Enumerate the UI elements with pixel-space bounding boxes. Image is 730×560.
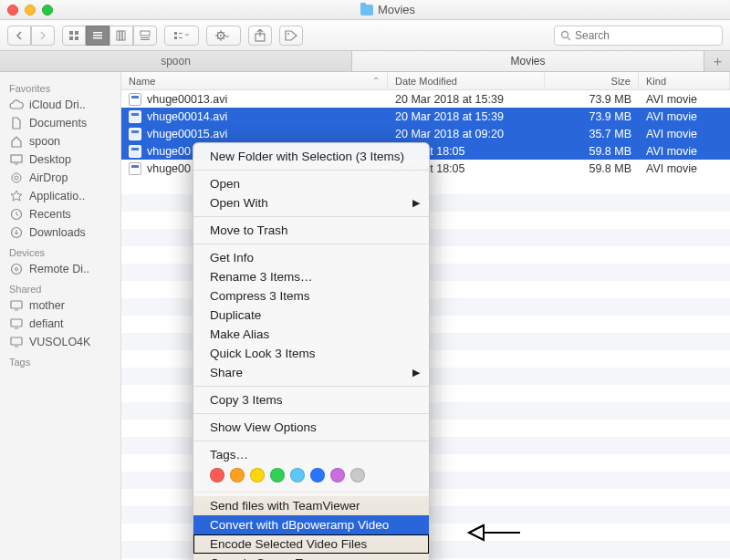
tags-button[interactable] <box>279 26 303 46</box>
file-icon <box>129 128 141 140</box>
coverflow-view-button[interactable] <box>133 26 157 46</box>
sidebar: FavoritesiCloud Dri..DocumentsspoonDeskt… <box>0 72 121 560</box>
file-row[interactable]: vhuge00013.avi20 Mar 2018 at 15:3973.9 M… <box>121 90 730 108</box>
menu-item[interactable]: New Folder with Selection (3 Items) <box>193 147 429 166</box>
menu-item-label: Move to Trash <box>210 223 288 237</box>
col-size[interactable]: Size <box>545 72 639 89</box>
forward-button[interactable] <box>31 26 55 46</box>
menu-item[interactable]: Make Alias <box>193 325 429 344</box>
sidebar-item[interactable]: Desktop <box>0 150 120 169</box>
tag-color[interactable] <box>350 468 365 482</box>
sidebar-item[interactable]: Remote Di.. <box>0 260 120 278</box>
tag-color[interactable] <box>330 468 345 482</box>
file-size: 59.8 MB <box>545 162 639 175</box>
sidebar-item[interactable]: spoon <box>0 132 120 150</box>
menu-item[interactable]: Share▶ <box>193 363 429 382</box>
action-button[interactable] <box>206 26 241 46</box>
menu-item[interactable]: Move to Trash <box>193 221 429 240</box>
window-controls <box>7 5 53 16</box>
sidebar-item[interactable]: AirDrop <box>0 169 120 187</box>
menu-separator <box>193 492 429 493</box>
window-title: Movies <box>53 3 723 16</box>
file-size: 73.9 MB <box>545 93 639 106</box>
menu-item-label: New Folder with Selection (3 Items) <box>210 150 404 163</box>
col-kind[interactable]: Kind <box>639 72 730 89</box>
sidebar-item-label: AirDrop <box>29 171 68 184</box>
menu-item[interactable]: Show View Options <box>193 418 429 437</box>
title-text: Movies <box>378 3 415 16</box>
fullscreen-button[interactable] <box>42 5 53 16</box>
menu-item[interactable]: Compress 3 Items <box>193 286 429 306</box>
menu-item[interactable]: Tags… <box>193 445 429 464</box>
submenu-arrow-icon: ▶ <box>412 367 420 379</box>
svg-rect-29 <box>11 301 22 308</box>
file-icon <box>129 145 141 158</box>
svg-point-20 <box>287 33 289 35</box>
tag-color[interactable] <box>270 468 285 482</box>
search-input[interactable] <box>575 29 716 42</box>
sidebar-item[interactable]: Recents <box>0 205 120 223</box>
tag-color[interactable] <box>230 468 245 482</box>
sidebar-heading: Devices <box>0 242 120 260</box>
file-row[interactable]: vhuge00014.avi20 Mar 2018 at 15:3973.9 M… <box>121 108 730 125</box>
icon-view-button[interactable] <box>62 26 86 46</box>
sidebar-item[interactable]: iCloud Dri.. <box>0 96 120 114</box>
menu-item[interactable]: Open With▶ <box>193 193 429 213</box>
nav-buttons <box>7 26 55 46</box>
menu-separator <box>193 244 429 244</box>
file-row[interactable]: vhuge00015.avi20 Mar 2018 at 09:2035.7 M… <box>121 125 730 142</box>
svg-rect-3 <box>75 36 78 40</box>
close-button[interactable] <box>7 5 18 16</box>
tag-color[interactable] <box>250 468 265 482</box>
file-icon <box>129 162 141 175</box>
search-box[interactable] <box>554 26 723 46</box>
svg-rect-2 <box>69 36 73 40</box>
menu-item[interactable]: Copy 3 Items <box>193 390 429 410</box>
svg-point-27 <box>12 264 22 275</box>
svg-rect-0 <box>69 31 73 35</box>
monitor-icon <box>9 299 24 312</box>
menu-separator <box>193 386 429 387</box>
sidebar-item[interactable]: Documents <box>0 114 120 132</box>
sidebar-item[interactable]: Applicatio.. <box>0 187 120 205</box>
tag-color[interactable] <box>310 468 325 482</box>
col-name[interactable]: Name⌃ <box>121 72 388 89</box>
menu-item[interactable]: Open in SourceTree <box>193 554 429 560</box>
sidebar-item[interactable]: VUSOLO4K <box>0 333 120 351</box>
menu-tag-colors <box>193 464 429 488</box>
list-view-button[interactable] <box>86 26 110 46</box>
menu-item-label: Encode Selected Video Files <box>210 537 367 551</box>
tag-color[interactable] <box>210 468 224 482</box>
file-name: vhuge00015.avi <box>147 128 227 140</box>
titlebar: Movies <box>0 0 730 20</box>
tab-movies[interactable]: Movies <box>352 51 704 71</box>
menu-item[interactable]: Get Info <box>193 248 429 267</box>
menu-item[interactable]: Open <box>193 174 429 193</box>
menu-item[interactable]: Duplicate <box>193 306 429 325</box>
sidebar-item[interactable]: defiant <box>0 315 120 333</box>
back-button[interactable] <box>7 26 31 46</box>
sidebar-item[interactable]: mother <box>0 296 120 315</box>
arrange-button[interactable] <box>164 26 199 46</box>
menu-item[interactable]: Rename 3 Items… <box>193 267 429 286</box>
svg-rect-1 <box>75 31 78 35</box>
tabbar: spoon Movies ＋ <box>0 51 730 72</box>
svg-rect-5 <box>93 35 102 36</box>
share-button[interactable] <box>248 26 272 46</box>
file-kind: AVI movie <box>639 110 730 123</box>
cloud-icon <box>9 99 24 111</box>
sidebar-item[interactable]: Downloads <box>0 223 120 242</box>
svg-rect-6 <box>93 37 102 39</box>
menu-item-label: Compress 3 Items <box>210 289 310 303</box>
col-date[interactable]: Date Modified <box>388 72 545 89</box>
menu-item[interactable]: Quick Look 3 Items <box>193 344 429 363</box>
minimize-button[interactable] <box>25 5 36 16</box>
menu-item[interactable]: Send files with TeamViewer <box>193 496 429 515</box>
new-tab-button[interactable]: ＋ <box>704 51 730 71</box>
menu-item[interactable]: Convert with dBpoweramp Video <box>193 515 429 534</box>
svg-rect-30 <box>11 319 22 327</box>
tab-spoon[interactable]: spoon <box>0 51 352 71</box>
menu-item[interactable]: Encode Selected Video Files <box>193 534 429 554</box>
column-view-button[interactable] <box>110 26 133 46</box>
tag-color[interactable] <box>290 468 305 482</box>
